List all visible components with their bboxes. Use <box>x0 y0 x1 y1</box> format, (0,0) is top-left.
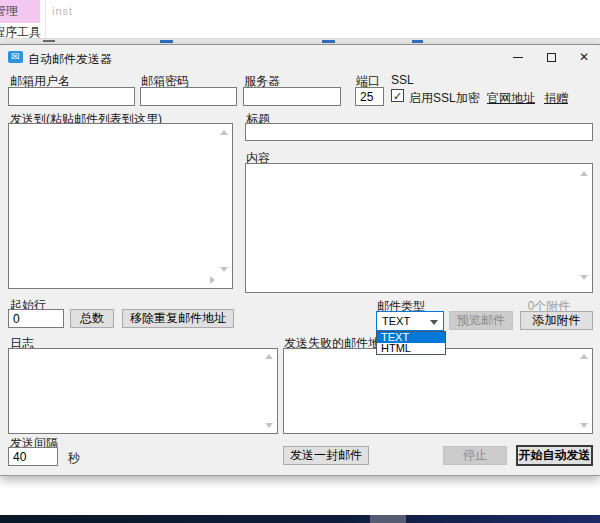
mailtype-dropdown-list: TEXT HTML <box>376 331 446 355</box>
background-toolbar-fragment <box>412 40 423 43</box>
close-icon: ✕ <box>579 50 589 64</box>
maximize-icon <box>547 53 556 62</box>
minimize-icon <box>513 57 523 58</box>
scroll-down-icon[interactable] <box>220 267 228 272</box>
scroll-right-icon[interactable] <box>210 276 215 284</box>
check-icon: ✓ <box>393 90 402 102</box>
failed-textarea[interactable] <box>283 348 593 434</box>
sendto-textarea[interactable] <box>8 123 233 289</box>
close-button[interactable]: ✕ <box>568 45 600 70</box>
send-one-button[interactable]: 发送一封邮件 <box>283 446 369 465</box>
background-tab-manage-label: 管理 <box>0 0 18 23</box>
background-tab-separator <box>45 0 46 39</box>
window-title: 自动邮件发送器 <box>28 51 112 68</box>
content-textarea[interactable] <box>245 163 593 293</box>
app-window: ✉ 自动邮件发送器 ✕ 邮箱用户名 邮箱密码 服务器 端口 SSL ✓ 启用SS… <box>0 44 600 476</box>
total-button[interactable]: 总数 <box>70 309 114 328</box>
ssl-checkbox-label: 启用SSL加密 <box>409 90 480 107</box>
taskbar-segment[interactable] <box>370 515 406 523</box>
server-input[interactable] <box>243 87 341 106</box>
background-toolbar-fragment <box>160 40 173 43</box>
seconds-label: 秒 <box>68 450 80 467</box>
title-bar: ✉ 自动邮件发送器 ✕ <box>0 45 600 70</box>
scroll-down-icon[interactable] <box>580 423 588 428</box>
background-hint-text: inst <box>52 5 73 17</box>
scroll-down-icon[interactable] <box>265 423 273 428</box>
preview-button: 预览邮件 <box>449 311 513 330</box>
background-toolbar-fragment <box>322 40 335 43</box>
stop-button: 停止 <box>443 446 507 465</box>
interval-input[interactable] <box>8 447 58 466</box>
startline-input[interactable] <box>8 309 64 328</box>
mailtype-combobox[interactable]: TEXT <box>376 311 444 331</box>
password-input[interactable] <box>140 87 237 106</box>
mailtype-option-html[interactable]: HTML <box>377 343 445 354</box>
maximize-button[interactable] <box>535 45 567 70</box>
website-link[interactable]: 官网地址 <box>487 90 535 107</box>
mail-icon: ✉ <box>8 51 23 63</box>
start-auto-send-button[interactable]: 开始自动发送 <box>516 445 593 466</box>
mailtype-selected-value: TEXT <box>382 315 410 327</box>
scroll-up-icon[interactable] <box>220 130 228 135</box>
ssl-label: SSL <box>391 73 414 87</box>
scroll-up-icon[interactable] <box>580 171 588 176</box>
add-attachment-button[interactable]: 添加附件 <box>520 311 593 330</box>
background-tab-manage[interactable]: 管理 <box>0 0 40 23</box>
scroll-up-icon[interactable] <box>265 354 273 359</box>
minimize-button[interactable] <box>502 45 534 70</box>
username-input[interactable] <box>8 87 135 106</box>
port-input[interactable] <box>355 87 384 106</box>
scroll-up-icon[interactable] <box>580 354 588 359</box>
background-toolbar-fragment <box>43 40 55 42</box>
taskbar-strip[interactable] <box>0 515 600 523</box>
donate-link[interactable]: 捐赠 <box>544 90 568 107</box>
subject-input[interactable] <box>245 123 593 141</box>
ssl-checkbox[interactable]: ✓ <box>391 89 404 102</box>
dedupe-button[interactable]: 移除重复邮件地址 <box>122 309 234 328</box>
chevron-down-icon <box>430 320 438 325</box>
log-textarea[interactable] <box>8 348 278 434</box>
scroll-down-icon[interactable] <box>580 275 588 280</box>
